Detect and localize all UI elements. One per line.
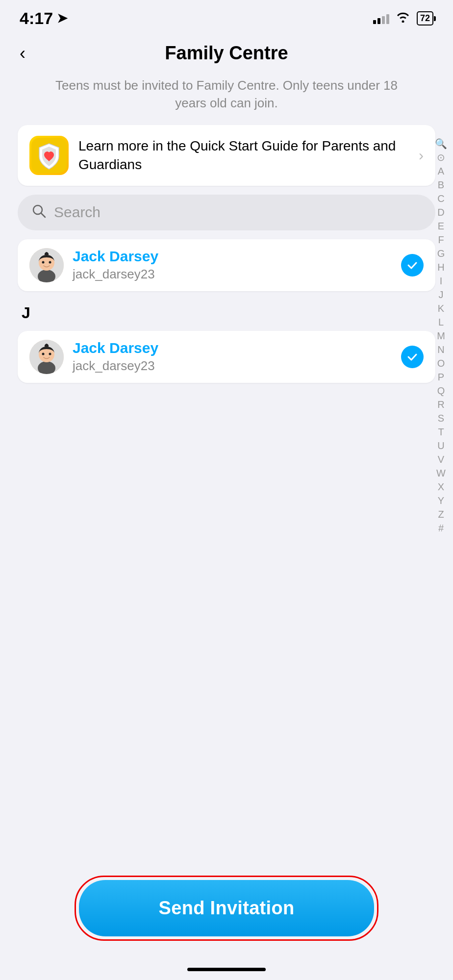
send-invitation-container: Send Invitation	[75, 876, 378, 941]
svg-point-11	[42, 352, 45, 355]
search-placeholder: Search	[54, 204, 101, 221]
contact-info: Jack Darsey jack_darsey23	[73, 248, 392, 282]
quick-start-chevron: ›	[419, 147, 424, 164]
list-contact-card[interactable]: Jack Darsey jack_darsey23	[18, 331, 435, 383]
page-title: Family Centre	[165, 43, 288, 64]
avatar	[29, 248, 64, 282]
quick-start-card[interactable]: Learn more in the Quick Start Guide for …	[18, 125, 435, 186]
subtitle-text: Teens must be invited to Family Centre. …	[0, 69, 453, 120]
svg-point-6	[42, 261, 45, 263]
avatar	[29, 340, 64, 374]
alpha-C[interactable]: C	[437, 192, 444, 205]
battery-icon: 72	[417, 11, 433, 25]
alpha-Q[interactable]: Q	[437, 384, 445, 397]
location-icon: ➤	[57, 11, 68, 26]
time-label: 4:17	[20, 9, 53, 28]
status-bar: 4:17 ➤ 72	[0, 0, 453, 33]
check-circle[interactable]	[401, 346, 424, 368]
alpha-H[interactable]: H	[437, 261, 444, 274]
alpha-G[interactable]: G	[437, 247, 445, 260]
svg-point-7	[49, 261, 51, 263]
search-container[interactable]: Search	[18, 195, 435, 230]
alpha-X[interactable]: X	[438, 480, 444, 493]
home-indicator	[187, 968, 266, 971]
alpha-search[interactable]: 🔍	[435, 137, 447, 150]
status-time: 4:17 ➤	[20, 9, 68, 28]
status-right: 72	[373, 11, 433, 25]
alphabet-index[interactable]: 🔍 ⊙ A B C D E F G H I J K L M N O P Q R …	[435, 137, 447, 534]
alpha-E[interactable]: E	[438, 220, 444, 232]
search-bar[interactable]: Search	[18, 195, 435, 230]
alpha-N[interactable]: N	[437, 343, 444, 356]
search-icon	[31, 203, 46, 222]
svg-line-2	[41, 213, 45, 217]
contact-info: Jack Darsey jack_darsey23	[73, 340, 392, 374]
svg-point-12	[49, 352, 51, 355]
alpha-L[interactable]: L	[438, 316, 444, 328]
battery-level: 72	[420, 13, 430, 24]
signal-icon	[373, 13, 389, 24]
alpha-A[interactable]: A	[438, 165, 444, 177]
alpha-hash[interactable]: #	[438, 522, 444, 534]
alpha-F[interactable]: F	[438, 233, 444, 246]
alpha-P[interactable]: P	[438, 371, 444, 383]
wifi-icon	[396, 12, 410, 25]
alpha-S[interactable]: S	[438, 412, 444, 425]
selected-contact-card[interactable]: Jack Darsey jack_darsey23	[18, 239, 435, 291]
alpha-K[interactable]: K	[438, 302, 444, 315]
contact-name: Jack Darsey	[73, 248, 392, 265]
alpha-O[interactable]: O	[437, 357, 445, 370]
alpha-J[interactable]: J	[439, 288, 444, 301]
contact-username: jack_darsey23	[73, 267, 392, 282]
alpha-V[interactable]: V	[438, 453, 444, 466]
contact-name: Jack Darsey	[73, 340, 392, 356]
check-circle[interactable]	[401, 254, 424, 276]
alpha-recent[interactable]: ⊙	[437, 151, 445, 164]
section-letter-j: J	[0, 296, 453, 326]
alpha-R[interactable]: R	[437, 398, 444, 411]
alpha-T[interactable]: T	[438, 426, 444, 438]
send-invitation-button[interactable]: Send Invitation	[79, 880, 374, 936]
contact-username: jack_darsey23	[73, 358, 392, 374]
alpha-I[interactable]: I	[440, 275, 443, 287]
quick-start-icon	[29, 136, 69, 175]
alpha-M[interactable]: M	[437, 329, 445, 342]
quick-start-text: Learn more in the Quick Start Guide for …	[78, 137, 409, 174]
alpha-D[interactable]: D	[437, 206, 444, 219]
header: ‹ Family Centre	[0, 33, 453, 69]
back-button[interactable]: ‹	[20, 45, 25, 62]
alpha-B[interactable]: B	[438, 178, 444, 191]
alpha-W[interactable]: W	[436, 467, 446, 479]
alpha-Y[interactable]: Y	[438, 494, 444, 507]
alpha-U[interactable]: U	[437, 439, 444, 452]
alpha-Z[interactable]: Z	[438, 508, 444, 521]
